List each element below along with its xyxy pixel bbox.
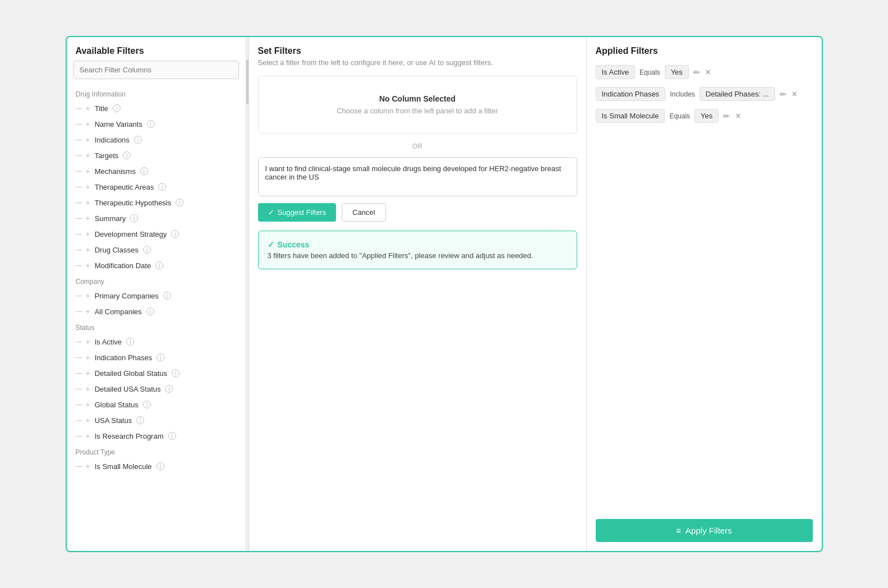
info-icon: i — [140, 167, 148, 175]
filter-item-label: Detailed Global Status — [95, 369, 167, 378]
dash-icon: — — [76, 338, 82, 346]
filter-item[interactable]: — + Targets i — [67, 148, 246, 163]
scrollbar-thumb — [246, 59, 249, 104]
filter-item[interactable]: — + Indications i — [67, 132, 246, 148]
filter-item[interactable]: — + Development Strategy i — [67, 226, 246, 242]
search-input[interactable] — [73, 61, 239, 79]
filter-item-label: Global Status — [95, 401, 139, 409]
suggest-filters-button[interactable]: ✓ Suggest Filters — [258, 203, 337, 222]
add-filter-icon: + — [86, 120, 90, 128]
dash-icon: — — [76, 385, 82, 393]
filter-edit-button[interactable]: ✏ — [692, 67, 701, 78]
add-filter-icon: + — [86, 214, 90, 223]
filter-value-tag: Yes — [665, 65, 689, 79]
add-filter-icon: + — [86, 104, 90, 113]
applied-filter-row: Is Small Molecule Equals Yes ✏ × — [596, 109, 813, 123]
left-panel: Available Filters Drug Information — + T… — [67, 37, 246, 551]
filter-item[interactable]: — + Drug Classes i — [67, 242, 246, 258]
filter-item-label: Is Active — [95, 338, 122, 346]
add-filter-icon: + — [86, 291, 90, 300]
info-icon: i — [143, 401, 151, 408]
info-icon: i — [172, 369, 180, 377]
no-column-box: No Column Selected Choose a column from … — [258, 76, 577, 134]
filter-item[interactable]: — + Title i — [67, 100, 246, 116]
filter-item-label: Targets — [95, 151, 119, 160]
filter-item[interactable]: — + Modification Date i — [67, 258, 246, 273]
no-column-title: No Column Selected — [268, 94, 568, 103]
info-icon: i — [123, 151, 131, 159]
info-icon: i — [136, 416, 144, 424]
filter-item[interactable]: — + Summary i — [67, 210, 246, 226]
dash-icon: — — [76, 104, 82, 112]
filter-remove-button[interactable]: × — [791, 88, 798, 100]
checkmark-icon: ✓ — [268, 208, 274, 217]
filter-item[interactable]: — + Mechanisms i — [67, 163, 246, 179]
dash-icon: — — [76, 261, 82, 269]
or-divider: OR — [258, 143, 577, 150]
filter-item-label: Indication Phases — [95, 353, 153, 362]
filter-edit-button[interactable]: ✏ — [779, 89, 788, 100]
dash-icon: — — [76, 199, 82, 206]
filter-op-label: Equals — [668, 112, 691, 120]
section-label: Drug Information — [67, 86, 246, 100]
filter-item[interactable]: — + Primary Companies i — [67, 288, 246, 304]
filter-item[interactable]: — + Detailed USA Status i — [67, 381, 246, 397]
filter-item-label: Mechanisms — [95, 167, 136, 176]
filter-item[interactable]: — + Is Research Program i — [67, 428, 246, 444]
info-icon: i — [155, 261, 163, 269]
info-icon: i — [171, 230, 179, 238]
filter-item-label: Therapeutic Hypothesis — [95, 199, 172, 207]
add-filter-icon: + — [86, 462, 90, 471]
section-label: Company — [67, 273, 246, 288]
ai-textarea[interactable] — [258, 157, 577, 196]
info-icon: i — [147, 120, 155, 128]
info-icon: i — [143, 246, 151, 254]
filter-remove-button[interactable]: × — [705, 66, 712, 79]
filter-name-tag: Is Small Molecule — [596, 109, 665, 123]
filter-item-label: Summary — [95, 214, 126, 223]
filter-item[interactable]: — + Is Active i — [67, 334, 246, 350]
cancel-button[interactable]: Cancel — [342, 203, 385, 222]
filter-item-label: Indications — [95, 136, 130, 144]
middle-panel: Set Filters Select a filter from the lef… — [249, 37, 586, 551]
right-panel: Applied Filters Is Active Equals Yes ✏ ×… — [586, 37, 822, 551]
filter-item[interactable]: — + Indication Phases i — [67, 350, 246, 365]
filter-op-label: Includes — [669, 90, 696, 98]
add-filter-icon: + — [86, 431, 90, 440]
filter-item[interactable]: — + Global Status i — [67, 397, 246, 412]
filter-item[interactable]: — + Therapeutic Areas i — [67, 179, 246, 195]
filter-item[interactable]: — + USA Status i — [67, 412, 246, 428]
filter-remove-button[interactable]: × — [734, 110, 742, 122]
apply-filters-button[interactable]: ≡ Apply Filters — [596, 519, 813, 542]
section-label: Status — [67, 319, 246, 334]
dash-icon: — — [76, 353, 82, 361]
filter-item[interactable]: — + Therapeutic Hypothesis i — [67, 195, 246, 210]
add-filter-icon: + — [86, 307, 90, 316]
info-icon: i — [157, 353, 164, 361]
add-filter-icon: + — [86, 261, 90, 270]
add-filter-icon: + — [86, 416, 90, 425]
filter-item[interactable]: — + All Companies i — [67, 304, 246, 319]
success-title: ✓ Success — [268, 240, 568, 249]
dash-icon: — — [76, 307, 82, 315]
add-filter-icon: + — [86, 245, 90, 254]
success-check-icon: ✓ — [268, 240, 274, 249]
add-filter-icon: + — [86, 229, 90, 238]
info-icon: i — [126, 338, 134, 346]
dash-icon: — — [76, 214, 82, 222]
cancel-label: Cancel — [352, 208, 375, 217]
filter-item[interactable]: — + Name Variants i — [67, 116, 246, 132]
modal-body: Available Filters Drug Information — + T… — [67, 37, 822, 551]
add-filter-icon: + — [86, 400, 90, 409]
filter-item-label: Development Strategy — [95, 230, 167, 238]
right-spacer — [596, 131, 813, 519]
filter-item-label: Therapeutic Areas — [95, 183, 154, 191]
button-row: ✓ Suggest Filters Cancel — [258, 203, 577, 222]
filter-name-tag: Is Active — [596, 65, 635, 79]
dash-icon: — — [76, 246, 82, 254]
success-box: ✓ Success 3 filters have been added to "… — [258, 231, 577, 269]
filter-item[interactable]: — + Detailed Global Status i — [67, 365, 246, 381]
filter-edit-button[interactable]: ✏ — [722, 111, 731, 122]
filter-item[interactable]: — + Is Small Molecule i — [67, 458, 246, 474]
add-filter-icon: + — [86, 198, 90, 207]
